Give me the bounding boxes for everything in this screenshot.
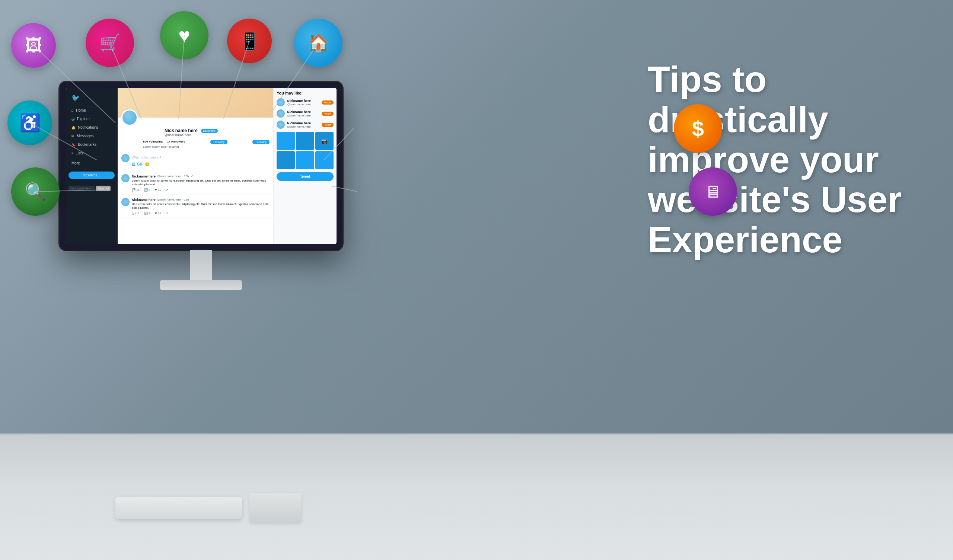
following-button-1[interactable]: Following	[210, 140, 227, 144]
tweet-share-2[interactable]: ↗	[166, 212, 168, 215]
sidebar-home-label: Home	[76, 108, 86, 112]
monitor-icon: 🖥	[704, 181, 722, 202]
sidebar-explore-label: Explore	[77, 117, 90, 121]
tweet-submit-button[interactable]: Tweet	[276, 172, 334, 181]
keyboard	[115, 497, 242, 519]
sidebar-user-section: Sign out	[68, 186, 115, 191]
sidebar-messages-label: Messages	[77, 134, 94, 138]
suggestions-panel: You may like: Nickname here @user.name.h…	[273, 88, 337, 244]
tweet-time-1: · 13h	[182, 175, 189, 178]
phone-icon: 📱	[239, 31, 260, 51]
tweet-check-1: ✓	[191, 174, 194, 178]
sidebar-item-notifications[interactable]: 🔔 Notifications	[68, 124, 115, 131]
suggestion-name-3: Nickname here	[287, 121, 320, 125]
following-stat: 800 Following	[143, 140, 163, 144]
monitor: 🐦 ⌂ Home ◎ Explore 🔔 Notifications ✉ Mes…	[60, 82, 343, 290]
tweet-avatar-1	[121, 174, 130, 182]
tweet-text-1: Lorem ipsum dolor sit amet, consectetur …	[132, 179, 270, 187]
suggestion-handle-1: @user.name.here	[287, 103, 320, 106]
search-icon: 🔍	[25, 181, 46, 202]
suggestion-avatar-1	[276, 98, 285, 106]
composer-icons: 🖼 GIF 😊	[132, 161, 270, 168]
tweet-input[interactable]: What is happening?	[132, 154, 270, 161]
tweet-retweet-2[interactable]: 🔄 8	[144, 212, 150, 215]
tweet-item: Nickname here @user.name.here · 13h ✓ Lo…	[118, 171, 273, 195]
phone-bubble: 📱	[227, 19, 272, 63]
monitor-stand-base	[160, 280, 242, 290]
suggestion-avatar-3	[276, 121, 285, 129]
sidebar-item-home[interactable]: ⌂ Home	[68, 106, 115, 114]
tweet-comment-1[interactable]: 💬 11	[132, 188, 140, 192]
following-button-2[interactable]: Following	[252, 140, 270, 144]
tweet-actions-1: 💬 11 🔄 8 ❤ 39 ↗	[132, 188, 270, 192]
profile-info-section: Nick name here Edit profile @user.name.h…	[118, 118, 273, 151]
sidebar-item-explore[interactable]: ◎ Explore	[68, 115, 115, 123]
twitter-logo-icon: 🐦	[68, 92, 115, 104]
tweet-share-1[interactable]: ↗	[166, 188, 168, 192]
cart-icon: 🛒	[99, 33, 121, 53]
tweet-header-2: Nickname here @user.name.here · 13h	[132, 198, 270, 202]
followers-stat: 1k Followers	[167, 140, 185, 144]
trackpad	[250, 493, 301, 523]
photo-grid: 📷	[276, 132, 334, 169]
search-bubble: 🔍	[11, 168, 60, 216]
accessibility-icon: ♿	[19, 113, 40, 133]
twitter-sidebar: 🐦 ⌂ Home ◎ Explore 🔔 Notifications ✉ Mes…	[65, 88, 118, 244]
image-icon: 🖼	[25, 35, 42, 56]
photo-tile-2	[296, 132, 314, 150]
tweet-text-2: Ut a eram dolor sit amet, consectetur ad…	[132, 202, 270, 210]
sidebar-item-lists[interactable]: ≡ Lists	[68, 149, 115, 157]
image-bubble: 🖼	[11, 23, 56, 68]
suggestion-info-1: Nickname here @user.name.here	[287, 99, 320, 106]
gif-icon: GIF	[137, 162, 143, 166]
tweet-comment-2[interactable]: 💬 11	[132, 212, 140, 215]
heart-icon: ♥	[178, 24, 190, 47]
tweet-name-1: Nickname here	[132, 175, 155, 178]
suggestion-item-1: Nickname here @user.name.here Follow	[276, 98, 334, 106]
image-icon: 🖼	[132, 162, 135, 166]
suggestion-name-1: Nickname here	[287, 99, 320, 103]
profile-header-background	[118, 88, 273, 118]
suggestion-item-2: Nickname here @user.name.here Follow	[276, 109, 334, 118]
suggestion-name-2: Nickname here	[287, 110, 320, 114]
notifications-nav-icon: 🔔	[71, 126, 76, 129]
tweet-actions-2: 💬 11 🔄 8 ❤ 39 ↗	[132, 212, 270, 215]
sidebar-item-bookmarks[interactable]: 🔖 Bookmarks	[68, 141, 115, 149]
sidebar-search-button[interactable]: SEARCH...	[68, 172, 115, 179]
profile-avatar	[121, 109, 138, 126]
composer-avatar	[121, 154, 130, 162]
suggestion-handle-2: @user.name.here	[287, 114, 320, 117]
sidebar-signout-button[interactable]: Sign out	[96, 186, 110, 191]
heart-bubble: ♥	[160, 11, 208, 59]
suggestion-handle-3: @user.name.here	[287, 125, 320, 128]
tweet-name-2: Nickname here	[132, 198, 155, 202]
follow-button-3[interactable]: Follow	[321, 123, 334, 127]
tweet-heart-1[interactable]: ❤ 39	[155, 188, 161, 192]
tweet-item-2: Nickname here @user.name.here · 13h Ut a…	[118, 195, 273, 219]
tweet-heart-2[interactable]: ❤ 39	[155, 212, 161, 215]
sidebar-item-messages[interactable]: ✉ Messages	[68, 132, 115, 140]
tweet-header-1: Nickname here @user.name.here · 13h ✓	[132, 174, 270, 178]
tweet-content-2: Nickname here @user.name.here · 13h Ut a…	[132, 198, 270, 215]
emoji-icon: 😊	[145, 162, 149, 166]
monitor-stand-neck	[190, 250, 212, 280]
suggestion-avatar-2	[276, 109, 285, 118]
sidebar-bookmarks-label: Bookmarks	[78, 143, 96, 147]
tweet-retweet-1[interactable]: 🔄 8	[144, 188, 150, 192]
profile-stats: 800 Following 1k Followers Following Fol…	[143, 138, 270, 144]
photo-tile-4	[296, 151, 314, 169]
accessibility-bubble: ♿	[8, 101, 52, 145]
profile-handle: @user.name.here	[165, 133, 191, 137]
photo-tile-5	[315, 151, 334, 169]
tweet-handle-1: @user.name.here	[157, 175, 181, 178]
follow-button-2[interactable]: Follow	[321, 112, 334, 116]
follow-button-1[interactable]: Follow	[321, 101, 334, 105]
home-nav-icon: ⌂	[71, 108, 74, 112]
tweet-button-container: Tweet	[276, 172, 334, 181]
suggestion-info-3: Nickname here @user.name.here	[287, 121, 320, 128]
edit-profile-button[interactable]: Edit profile	[201, 129, 218, 133]
twitter-main-feed: Nick name here Edit profile @user.name.h…	[118, 88, 273, 244]
suggestions-title: You may like:	[276, 91, 334, 95]
tweet-content-1: Nickname here @user.name.here · 13h ✓ Lo…	[132, 174, 270, 192]
sidebar-username-input[interactable]	[68, 186, 95, 191]
